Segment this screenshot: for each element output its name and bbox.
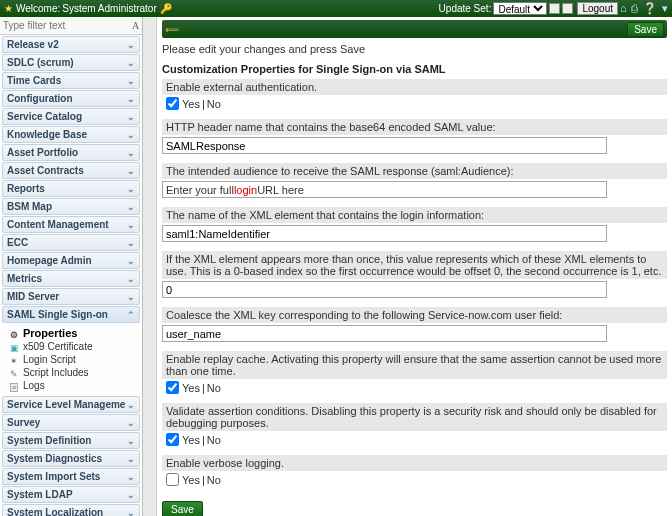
- module-release-v2[interactable]: Release v2⌄: [2, 36, 140, 53]
- log-icon: [10, 381, 20, 391]
- prop-http-header-name: HTTP header name that contains the base6…: [162, 119, 667, 135]
- form-instruction: Please edit your changes and press Save: [162, 43, 667, 55]
- print-icon[interactable]: ⎙: [631, 2, 638, 14]
- prop-enable-external-auth: Enable external authentication.: [162, 79, 667, 95]
- home-icon[interactable]: ⌂: [620, 2, 627, 14]
- help-icon[interactable]: ❔: [643, 2, 657, 14]
- input-saml-audience[interactable]: Enter your full login URL here: [162, 181, 607, 198]
- module-ecc[interactable]: ECC⌄: [2, 234, 140, 251]
- top-banner: ★ Welcome: System Administrator 🔑 Update…: [0, 0, 672, 17]
- module-system-import-sets[interactable]: System Import Sets⌄: [2, 468, 140, 485]
- expand-icon[interactable]: ⌄: [127, 490, 135, 500]
- module-saml-sso[interactable]: SAML Single Sign-on ⌃: [2, 306, 140, 323]
- module-service-catalog[interactable]: Service Catalog⌄: [2, 108, 140, 125]
- subitem-properties[interactable]: Properties: [10, 326, 142, 340]
- input-xml-element-index[interactable]: [162, 281, 607, 298]
- expand-icon[interactable]: ⌄: [127, 58, 135, 68]
- module-configuration[interactable]: Configuration⌄: [2, 90, 140, 107]
- checkbox-enable-replay-cache[interactable]: [166, 381, 179, 394]
- expand-icon[interactable]: ⌄: [127, 202, 135, 212]
- prop-verbose-logging: Enable verbose logging.: [162, 455, 667, 471]
- expand-icon[interactable]: ⌄: [127, 256, 135, 266]
- star-icon: ★: [4, 3, 13, 14]
- module-metrics[interactable]: Metrics⌄: [2, 270, 140, 287]
- main-content: ⟸ Save Please edit your changes and pres…: [157, 17, 672, 516]
- input-xml-element-name[interactable]: [162, 225, 607, 242]
- prop-saml-audience: The intended audience to receive the SAM…: [162, 163, 667, 179]
- expand-icon[interactable]: ⌄: [127, 40, 135, 50]
- input-coalesce-user-field[interactable]: [162, 325, 607, 342]
- expand-icon[interactable]: ⌄: [127, 400, 135, 410]
- module-system-ldap[interactable]: System LDAP⌄: [2, 486, 140, 503]
- expand-icon[interactable]: ⌄: [127, 130, 135, 140]
- impersonate-key-icon[interactable]: 🔑: [160, 3, 172, 14]
- expand-icon[interactable]: ⌄: [127, 238, 135, 248]
- subitem-logs[interactable]: Logs: [10, 379, 142, 392]
- nav-filter-bar: A A A ⇵: [0, 17, 142, 35]
- prop-enable-replay-cache: Enable replay cache. Activating this pro…: [162, 351, 667, 379]
- prop-coalesce-user-field: Coalesce the XML key corresponding to th…: [162, 307, 667, 323]
- form-toolbar: ⟸ Save: [162, 20, 667, 38]
- prop-xml-element-name: The name of the XML element that contain…: [162, 207, 667, 223]
- module-system-diagnostics[interactable]: System Diagnostics⌄: [2, 450, 140, 467]
- module-homepage-admin[interactable]: Homepage Admin⌄: [2, 252, 140, 269]
- module-survey[interactable]: Survey⌄: [2, 414, 140, 431]
- script-icon: [10, 355, 20, 365]
- update-set-select[interactable]: Default: [493, 2, 547, 15]
- module-asset-portfolio[interactable]: Asset Portfolio⌄: [2, 144, 140, 161]
- filter-size-med[interactable]: A: [141, 20, 143, 32]
- subitem-x509-certificate[interactable]: x509 Certificate: [10, 340, 142, 353]
- expand-icon[interactable]: ⌄: [127, 274, 135, 284]
- debug-arrow-icon[interactable]: ▾: [662, 2, 668, 14]
- input-http-header-name[interactable]: [162, 137, 607, 154]
- module-system-definition[interactable]: System Definition⌄: [2, 432, 140, 449]
- module-asset-contracts[interactable]: Asset Contracts⌄: [2, 162, 140, 179]
- checkbox-verbose-logging[interactable]: [166, 473, 179, 486]
- expand-icon[interactable]: ⌄: [127, 436, 135, 446]
- expand-icon[interactable]: ⌄: [127, 472, 135, 482]
- expand-icon[interactable]: ⌄: [127, 94, 135, 104]
- expand-icon[interactable]: ⌄: [127, 166, 135, 176]
- module-sdlc-scrum-[interactable]: SDLC (scrum)⌄: [2, 54, 140, 71]
- module-mid-server[interactable]: MID Server⌄: [2, 288, 140, 305]
- form-save-button[interactable]: Save: [162, 501, 203, 516]
- subitem-login-script[interactable]: Login Script: [10, 353, 142, 366]
- expand-icon[interactable]: ⌄: [127, 508, 135, 517]
- toolbar-save-button[interactable]: Save: [627, 22, 664, 37]
- nav-filter-input[interactable]: [3, 20, 130, 31]
- header-utility-icons: ⌂ ⎙ ❔ ▾: [618, 2, 668, 15]
- expand-icon[interactable]: ⌄: [127, 418, 135, 428]
- collapse-icon[interactable]: ⌃: [127, 310, 135, 320]
- module-content-management[interactable]: Content Management⌄: [2, 216, 140, 233]
- updateset-view-icon[interactable]: [549, 3, 560, 14]
- module-bsm-map[interactable]: BSM Map⌄: [2, 198, 140, 215]
- expand-icon[interactable]: ⌄: [127, 76, 135, 86]
- update-set-label: Update Set:: [439, 3, 492, 14]
- current-user: System Administrator: [62, 3, 156, 14]
- left-nav: A A A ⇵ Release v2⌄SDLC (scrum)⌄Time Car…: [0, 17, 143, 516]
- module-system-localization[interactable]: System Localization⌄: [2, 504, 140, 516]
- filter-size-small[interactable]: A: [132, 20, 139, 31]
- subitem-script-includes[interactable]: Script Includes: [10, 366, 142, 379]
- module-service-level-management[interactable]: Service Level Management⌄: [2, 396, 140, 413]
- script-include-icon: [10, 368, 20, 378]
- prop-validate-assertion: Validate assertion conditions. Disabling…: [162, 403, 667, 431]
- expand-icon[interactable]: ⌄: [127, 184, 135, 194]
- expand-icon[interactable]: ⌄: [127, 148, 135, 158]
- expand-icon[interactable]: ⌄: [127, 220, 135, 230]
- checkbox-enable-external-auth[interactable]: [166, 97, 179, 110]
- toolbar-back-icon[interactable]: ⟸: [165, 24, 179, 35]
- welcome-label: Welcome:: [16, 3, 60, 14]
- expand-icon[interactable]: ⌄: [127, 454, 135, 464]
- prop-xml-element-index: If the XML element appears more than onc…: [162, 251, 667, 279]
- module-time-cards[interactable]: Time Cards⌄: [2, 72, 140, 89]
- module-reports[interactable]: Reports⌄: [2, 180, 140, 197]
- logout-button[interactable]: Logout: [577, 2, 618, 15]
- updateset-settings-icon[interactable]: [562, 3, 573, 14]
- module-knowledge-base[interactable]: Knowledge Base⌄: [2, 126, 140, 143]
- column-gutter[interactable]: [143, 17, 157, 516]
- expand-icon[interactable]: ⌄: [127, 292, 135, 302]
- checkbox-validate-assertion[interactable]: [166, 433, 179, 446]
- form-title: Customization Properties for Single Sign…: [162, 63, 667, 75]
- expand-icon[interactable]: ⌄: [127, 112, 135, 122]
